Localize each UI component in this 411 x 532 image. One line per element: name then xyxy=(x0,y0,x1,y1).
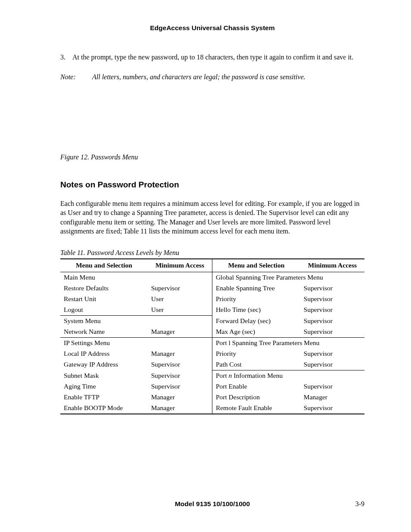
cell-menu-left: IP Settings Menu xyxy=(60,337,148,348)
cell-menu-left: Aging Time xyxy=(60,381,148,392)
table-row: Enable BOOTP ModeManagerRemote Fault Ena… xyxy=(60,403,364,414)
table-row: Subnet MaskSupervisorPort n Information … xyxy=(60,370,364,381)
cell-access-left: Supervisor xyxy=(148,359,212,370)
cell-menu-left: Network Name xyxy=(60,327,148,338)
table-row: LogoutUserHello Time (sec)Supervisor xyxy=(60,305,364,316)
cell-access-left: Supervisor xyxy=(148,370,212,381)
footer-page-number: 3-9 xyxy=(355,500,364,508)
note-label: Note: xyxy=(60,73,92,81)
running-header: EdgeAccess Universal Chassis System xyxy=(60,24,364,32)
cell-access-right: Supervisor xyxy=(300,294,364,305)
table-row: Local IP AddressManagerPrioritySuperviso… xyxy=(60,348,364,359)
cell-menu-right: Priority xyxy=(212,348,300,359)
table-header-row: Menu and Selection Minimum Access Menu a… xyxy=(60,259,364,272)
cell-access-right: Supervisor xyxy=(300,327,364,338)
cell-access-left: User xyxy=(148,294,212,305)
step-number: 3. xyxy=(60,53,72,62)
cell-access-left: Manager xyxy=(148,327,212,338)
table-row: Enable TFTPManagerPort DescriptionManage… xyxy=(60,392,364,403)
cell-menu-left: Gateway IP Address xyxy=(60,359,148,370)
cell-access-left: Supervisor xyxy=(148,381,212,392)
cell-access-left: Supervisor xyxy=(148,283,212,294)
cell-access-right: Supervisor xyxy=(300,348,364,359)
col-header-access-right: Minimum Access xyxy=(300,259,364,272)
cell-access-right: Manager xyxy=(300,392,364,403)
page: EdgeAccess Universal Chassis System 3. A… xyxy=(0,0,411,532)
page-footer: Model 9135 10/100/1000 3-9 xyxy=(60,500,364,508)
table-row: IP Settings MenuPort l Spanning Tree Par… xyxy=(60,337,364,348)
table-row: Aging TimeSupervisorPort EnableSuperviso… xyxy=(60,381,364,392)
cell-access-right: Supervisor xyxy=(300,283,364,294)
cell-menu-right: Path Cost xyxy=(212,359,300,370)
cell-menu-left: System Menu xyxy=(60,315,148,327)
cell-menu-left: Main Menu xyxy=(60,272,148,283)
table-row: Network NameManagerMax Age (sec)Supervis… xyxy=(60,327,364,338)
col-header-access-left: Minimum Access xyxy=(148,259,212,272)
cell-menu-left: Enable BOOTP Mode xyxy=(60,403,148,414)
table-row: Gateway IP AddressSupervisorPath CostSup… xyxy=(60,359,364,370)
cell-access-left xyxy=(148,272,212,283)
cell-menu-right: Hello Time (sec) xyxy=(212,305,300,316)
cell-menu-right: Priority xyxy=(212,294,300,305)
table-row: Main MenuGlobal Spanning Tree Parameters… xyxy=(60,272,364,283)
cell-access-right: Supervisor xyxy=(300,315,364,327)
note-block: Note: All letters, numbers, and characte… xyxy=(60,73,364,81)
cell-access-left: Manager xyxy=(148,403,212,414)
cell-menu-right: Port Enable xyxy=(212,381,300,392)
col-header-menu-right: Menu and Selection xyxy=(212,259,300,272)
table-row: Restore DefaultsSupervisorEnable Spannin… xyxy=(60,283,364,294)
cell-access-left xyxy=(148,337,212,348)
section-heading: Notes on Password Protection xyxy=(60,180,364,190)
cell-access-left: User xyxy=(148,305,212,316)
numbered-step: 3. At the prompt, type the new password,… xyxy=(60,53,364,62)
cell-access-right: Supervisor xyxy=(300,305,364,316)
cell-menu-left: Local IP Address xyxy=(60,348,148,359)
footer-model: Model 9135 10/100/1000 xyxy=(175,500,250,508)
figure-caption: Figure 12. Passwords Menu xyxy=(60,153,364,161)
table-caption: Table 11. Password Access Levels by Menu xyxy=(60,249,364,257)
cell-menu-right: Port Description xyxy=(212,392,300,403)
step-text: At the prompt, type the new password, up… xyxy=(72,53,364,62)
cell-menu-right: Forward Delay (sec) xyxy=(212,315,300,327)
cell-menu-right: Global Spanning Tree Parameters Menu xyxy=(212,272,364,283)
cell-menu-right: Port l Spanning Tree Parameters Menu xyxy=(212,337,364,348)
cell-menu-left: Restore Defaults xyxy=(60,283,148,294)
cell-access-left: Manager xyxy=(148,348,212,359)
cell-menu-right: Port n Information Menu xyxy=(212,370,364,381)
cell-menu-left: Restart Unit xyxy=(60,294,148,305)
table-row: Restart UnitUserPrioritySupervisor xyxy=(60,294,364,305)
cell-access-left: Manager xyxy=(148,392,212,403)
cell-access-right: Supervisor xyxy=(300,403,364,414)
table-row: System MenuForward Delay (sec)Supervisor xyxy=(60,315,364,327)
cell-menu-right: Remote Fault Enable xyxy=(212,403,300,414)
cell-menu-right: Enable Spanning Tree xyxy=(212,283,300,294)
cell-access-right: Supervisor xyxy=(300,381,364,392)
note-text: All letters, numbers, and characters are… xyxy=(92,73,305,81)
cell-access-left xyxy=(148,315,212,327)
col-header-menu-left: Menu and Selection xyxy=(60,259,148,272)
cell-menu-left: Subnet Mask xyxy=(60,370,148,381)
cell-access-right: Supervisor xyxy=(300,359,364,370)
access-levels-table: Menu and Selection Minimum Access Menu a… xyxy=(60,258,364,414)
cell-menu-left: Enable TFTP xyxy=(60,392,148,403)
section-body: Each configurable menu item requires a m… xyxy=(60,199,364,236)
cell-menu-left: Logout xyxy=(60,305,148,316)
cell-menu-right: Max Age (sec) xyxy=(212,327,300,338)
